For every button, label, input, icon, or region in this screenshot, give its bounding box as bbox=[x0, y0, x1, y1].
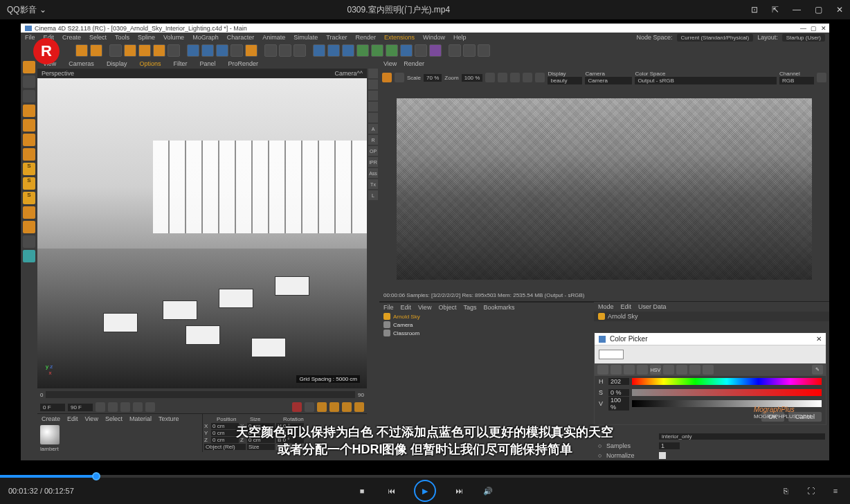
pip-icon[interactable]: ⊡ bbox=[751, 5, 758, 15]
cp-tool-5[interactable] bbox=[663, 365, 674, 375]
vp-tab-cameras[interactable]: Cameras bbox=[66, 60, 97, 67]
tc-b[interactable] bbox=[329, 402, 339, 412]
render-opt4[interactable] bbox=[523, 73, 532, 82]
tool-tag[interactable] bbox=[429, 44, 442, 57]
ltool-3[interactable] bbox=[23, 90, 35, 102]
object-arnold-sky[interactable]: Arnold Sky bbox=[379, 312, 594, 321]
tc-rec[interactable] bbox=[292, 402, 302, 412]
cp-tool-3[interactable] bbox=[624, 365, 635, 375]
cp-tool-4[interactable] bbox=[637, 365, 648, 375]
tool-light[interactable] bbox=[415, 44, 427, 57]
tool-coord2[interactable] bbox=[245, 44, 257, 57]
scale-value[interactable]: 70 % bbox=[424, 74, 442, 82]
c4d-close-icon[interactable]: ✕ bbox=[821, 25, 826, 32]
menu-volume[interactable]: Volume bbox=[163, 34, 184, 41]
tool-deformer[interactable] bbox=[371, 44, 383, 57]
viewport-3d[interactable]: y z x Grid Spacing : 5000 cm bbox=[37, 78, 367, 388]
rside-5[interactable] bbox=[368, 113, 378, 123]
vp-tab-display[interactable]: Display bbox=[104, 60, 130, 67]
render-pause-button[interactable] bbox=[395, 73, 404, 82]
tool-camera[interactable] bbox=[400, 44, 413, 57]
c4d-maximize-icon[interactable]: ▢ bbox=[811, 25, 817, 32]
maximize-icon[interactable]: ▢ bbox=[815, 5, 822, 15]
tool-misc[interactable] bbox=[463, 44, 476, 57]
object-classroom[interactable]: Classroom bbox=[379, 329, 594, 337]
om-menu-tags[interactable]: Tags bbox=[463, 304, 476, 311]
mat-menu-edit[interactable]: Edit bbox=[67, 415, 78, 422]
player-progress[interactable] bbox=[0, 475, 850, 478]
menu-tools[interactable]: Tools bbox=[115, 34, 129, 41]
tool-move[interactable] bbox=[124, 44, 136, 57]
tool-pen[interactable] bbox=[327, 44, 340, 57]
cp-tool-8[interactable] bbox=[703, 365, 714, 375]
ltool-s1[interactable]: S bbox=[23, 163, 35, 175]
tc-a[interactable] bbox=[317, 402, 327, 412]
menu-window[interactable]: Window bbox=[423, 34, 445, 41]
tc-first[interactable] bbox=[96, 402, 105, 412]
ltool-2[interactable] bbox=[23, 75, 35, 88]
ltool-4[interactable] bbox=[23, 105, 35, 117]
cp-h-value[interactable]: 202 bbox=[608, 378, 629, 385]
tool-undo[interactable] bbox=[75, 44, 88, 57]
ltool-11[interactable] bbox=[23, 250, 35, 262]
tool-select[interactable] bbox=[109, 44, 122, 57]
render-opt2[interactable] bbox=[498, 73, 507, 82]
cp-tool-hsv[interactable]: HSV bbox=[650, 365, 661, 375]
cp-tool-2[interactable] bbox=[611, 365, 622, 375]
timeline-end[interactable]: 90 F bbox=[68, 404, 93, 411]
cp-s-value[interactable]: 0 % bbox=[608, 389, 629, 396]
coord-z-size[interactable]: 0 cm bbox=[247, 437, 275, 443]
attr-menu-userdata[interactable]: User Data bbox=[638, 303, 667, 310]
mat-menu-select[interactable]: Select bbox=[105, 415, 123, 422]
render-play-button[interactable] bbox=[382, 73, 392, 82]
vp-tab-options[interactable]: Options bbox=[136, 60, 163, 67]
output-value[interactable]: Output - sRGB bbox=[635, 77, 777, 84]
attr-menu-mode[interactable]: Mode bbox=[598, 303, 614, 310]
render-tab-view[interactable]: View bbox=[383, 60, 397, 67]
share-icon[interactable]: ⇱ bbox=[772, 5, 779, 15]
ltool-8[interactable] bbox=[23, 206, 35, 219]
tc-prev[interactable] bbox=[108, 402, 118, 412]
tool-redo[interactable] bbox=[90, 44, 102, 57]
ltool-1[interactable] bbox=[23, 61, 35, 73]
coord-x-pos[interactable]: 0 cm bbox=[211, 423, 239, 429]
attr-normalize-check[interactable] bbox=[659, 452, 666, 459]
tool-scale[interactable] bbox=[138, 44, 151, 57]
menu-tracker[interactable]: Tracker bbox=[326, 34, 347, 41]
tool-z-axis[interactable] bbox=[216, 44, 228, 57]
fullscreen-button[interactable]: ⛶ bbox=[804, 485, 817, 497]
menu-extensions[interactable]: Extensions bbox=[384, 34, 415, 41]
prev-button[interactable]: ⏮ bbox=[385, 485, 397, 497]
tc-last[interactable] bbox=[145, 402, 155, 412]
vp-tab-filter[interactable]: Filter bbox=[170, 60, 190, 67]
layout-select[interactable]: Startup (User) bbox=[782, 34, 825, 42]
menu-animate[interactable]: Animate bbox=[262, 34, 285, 41]
channel-value[interactable]: RGB bbox=[779, 77, 814, 84]
eyedropper-icon[interactable]: ✎ bbox=[812, 365, 823, 375]
tc-key[interactable] bbox=[305, 402, 314, 412]
coord-mode[interactable]: Object (Rel) bbox=[204, 444, 246, 450]
progress-handle[interactable] bbox=[92, 472, 100, 480]
menu-file[interactable]: File bbox=[25, 34, 35, 41]
tool-render2[interactable] bbox=[279, 44, 291, 57]
ltool-9[interactable] bbox=[23, 221, 35, 233]
attr-interior-only[interactable]: interior_only bbox=[659, 433, 825, 440]
next-button[interactable]: ⏭ bbox=[453, 485, 465, 497]
rside-1[interactable] bbox=[368, 69, 378, 78]
timeline[interactable]: 0 90 bbox=[37, 388, 367, 401]
cp-s-slider[interactable] bbox=[632, 389, 822, 396]
coord-size-mode[interactable]: Size bbox=[247, 444, 275, 450]
mat-menu-view[interactable]: View bbox=[85, 415, 98, 422]
tool-cube[interactable] bbox=[313, 44, 325, 57]
coord-y-rot[interactable]: P 0 ° bbox=[276, 430, 304, 436]
tool-render1[interactable] bbox=[264, 44, 277, 57]
mat-menu-material[interactable]: Material bbox=[129, 415, 152, 422]
vp-tab-prorender[interactable]: ProRender bbox=[225, 60, 261, 67]
render-view[interactable] bbox=[379, 87, 829, 291]
ltool-s3[interactable]: S bbox=[23, 192, 35, 204]
display-value[interactable]: beauty bbox=[548, 77, 582, 84]
rside-IPR[interactable]: IPR bbox=[368, 157, 378, 167]
tool-grid[interactable] bbox=[449, 44, 461, 57]
tool-x-axis[interactable] bbox=[187, 44, 199, 57]
rside-L[interactable]: L bbox=[368, 190, 378, 200]
